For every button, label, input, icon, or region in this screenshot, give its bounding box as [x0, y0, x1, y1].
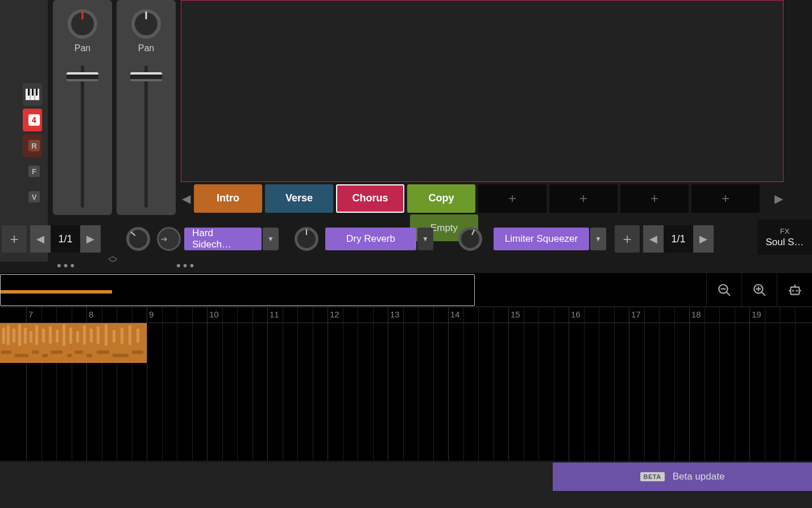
overview-viewport[interactable] — [0, 274, 475, 306]
audio-clip[interactable] — [0, 323, 147, 363]
fader-1[interactable] — [67, 72, 98, 81]
ruler-mark: 19 — [752, 309, 761, 319]
svg-rect-31 — [69, 328, 72, 344]
svg-rect-51 — [132, 350, 143, 354]
fx-limiter-dropdown[interactable]: ▼ — [590, 228, 606, 250]
add-fx-right-button[interactable]: + — [615, 225, 640, 253]
add-fx-left-button[interactable]: + — [2, 225, 27, 253]
svg-rect-42 — [15, 354, 28, 357]
piano-keys-icon — [26, 89, 39, 100]
channel-strip-2: Pan — [117, 0, 176, 215]
fx-pager-left: ◀ 1/1 ▶ — [30, 225, 101, 253]
ruler-mark: 8 — [89, 309, 93, 319]
svg-rect-21 — [7, 325, 10, 345]
fx-knob-2[interactable] — [295, 227, 318, 251]
svg-rect-26 — [35, 325, 38, 345]
clip-waveform — [0, 323, 147, 363]
v-button[interactable]: V — [23, 185, 42, 208]
svg-rect-13 — [790, 287, 799, 295]
beta-update-bar[interactable]: BETA Beta update — [553, 462, 812, 491]
footer: BETA Beta update — [0, 462, 812, 508]
svg-rect-27 — [42, 329, 45, 342]
ruler-mark: 13 — [390, 309, 400, 319]
section-selector-row: ◀ Intro Verse Chorus Copy + + + + — [181, 183, 760, 213]
svg-rect-34 — [90, 329, 93, 342]
svg-rect-50 — [113, 354, 129, 357]
sections-scroll-right[interactable]: ▶ — [773, 183, 784, 213]
pager-right-prev[interactable]: ◀ — [643, 225, 664, 253]
pager-left-prev[interactable]: ◀ — [30, 225, 51, 253]
pager-left-value: 1/1 — [51, 225, 80, 253]
fx-limiter-squeezer[interactable]: Limiter Squeezer — [494, 228, 589, 250]
fx-knob-toggle[interactable]: ➔ — [157, 227, 181, 251]
svg-rect-49 — [97, 350, 109, 354]
section-add-4[interactable]: + — [691, 184, 760, 213]
ruler-mark: 17 — [631, 309, 641, 319]
svg-rect-40 — [136, 329, 139, 342]
svg-rect-22 — [13, 329, 15, 342]
svg-rect-35 — [97, 327, 100, 344]
track-4-button[interactable]: 4 — [23, 109, 42, 131]
svg-rect-24 — [24, 328, 27, 344]
svg-rect-25 — [30, 331, 32, 342]
svg-rect-45 — [51, 350, 63, 354]
vertical-resize-handle[interactable]: ︿﹀ — [108, 253, 118, 265]
beta-update-text: Beta update — [673, 471, 725, 482]
pager-right-next[interactable]: ▶ — [693, 225, 714, 253]
ruler-mark: 7 — [28, 309, 33, 319]
arrangement-view[interactable] — [181, 0, 784, 182]
record-badge: R — [28, 140, 40, 151]
section-add-1[interactable]: + — [478, 184, 546, 213]
fx-tag-label: FX — [780, 227, 790, 236]
svg-rect-39 — [129, 325, 131, 345]
timeline-overview[interactable] — [0, 273, 812, 307]
f-button[interactable]: F — [23, 160, 42, 183]
fx-dry-reverb[interactable]: Dry Reverb — [325, 228, 416, 250]
zoom-in-button[interactable] — [741, 273, 777, 307]
instrument-keys-button[interactable] — [23, 83, 42, 106]
f-badge: F — [28, 166, 40, 177]
section-copy[interactable]: Copy — [407, 184, 475, 213]
zoom-out-icon — [717, 283, 732, 298]
fx-knob-3[interactable] — [458, 227, 482, 251]
ruler-mark: 16 — [571, 309, 581, 319]
record-button[interactable]: R — [23, 134, 42, 157]
svg-line-7 — [726, 292, 730, 296]
fx-pager-right: ◀ 1/1 ▶ — [643, 225, 714, 253]
section-intro[interactable]: Intro — [194, 184, 262, 213]
section-add-3[interactable]: + — [620, 184, 689, 213]
fx-hard-sidechain[interactable]: Hard Sidech… — [184, 228, 262, 250]
fx-preset-name: Soul S… — [765, 237, 803, 248]
svg-rect-2 — [32, 89, 34, 96]
channel-strip-1: Pan — [53, 0, 112, 215]
fx-knob-1[interactable] — [126, 227, 150, 251]
section-add-2[interactable]: + — [549, 184, 618, 213]
drag-handle-left[interactable]: ••• — [57, 258, 77, 273]
pan-knob-2[interactable] — [131, 9, 161, 39]
zoom-out-button[interactable] — [706, 273, 741, 307]
fx-hard-sidechain-dropdown[interactable]: ▼ — [263, 228, 279, 250]
section-chorus[interactable]: Chorus — [336, 184, 404, 213]
fader-2[interactable] — [130, 72, 162, 81]
svg-point-15 — [796, 290, 797, 291]
sections-scroll-left[interactable]: ◀ — [181, 183, 191, 213]
ruler-mark: 9 — [149, 309, 154, 319]
drag-handle-right[interactable]: ••• — [176, 258, 196, 273]
svg-rect-46 — [67, 354, 72, 357]
svg-rect-20 — [2, 328, 5, 344]
pan-label-1: Pan — [53, 43, 112, 53]
timeline-ruler[interactable]: 78910111213141516171819 — [0, 307, 812, 323]
svg-rect-4 — [30, 89, 31, 100]
pan-knob-1[interactable] — [68, 9, 97, 39]
svg-rect-41 — [1, 350, 11, 354]
svg-line-10 — [761, 292, 765, 296]
fx-dry-reverb-dropdown[interactable]: ▼ — [417, 228, 433, 250]
pager-right-value: 1/1 — [664, 225, 693, 253]
svg-rect-47 — [75, 350, 83, 354]
robot-icon-button[interactable] — [777, 273, 812, 307]
fader-track-1 — [81, 65, 84, 208]
track-lane[interactable] — [0, 323, 812, 363]
section-verse[interactable]: Verse — [265, 184, 333, 213]
fx-preset-box[interactable]: FX Soul S… — [757, 220, 812, 255]
pager-left-next[interactable]: ▶ — [80, 225, 101, 253]
